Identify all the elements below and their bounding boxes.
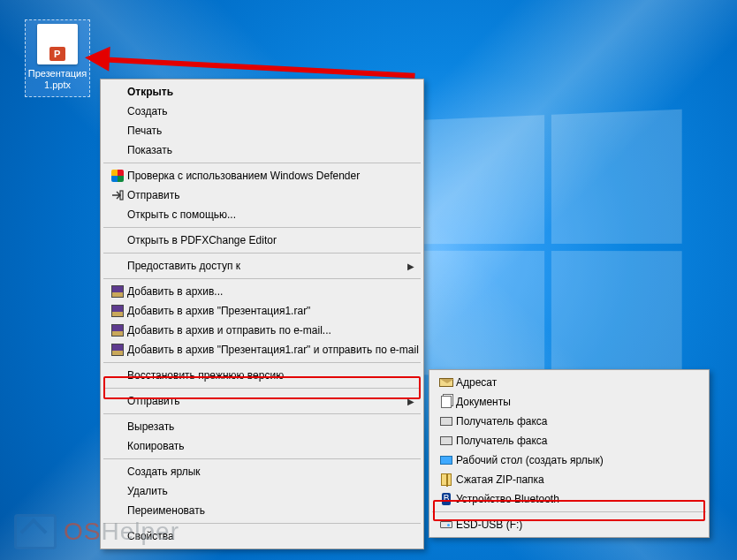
winrar-icon — [108, 342, 127, 358]
menu-delete[interactable]: Удалить — [103, 481, 422, 501]
send-to-submenu: Адресат Документы Получатель факса Получ… — [429, 369, 710, 538]
documents-icon — [437, 394, 456, 410]
menu-separator — [103, 227, 421, 228]
winrar-icon — [108, 303, 127, 319]
fax-icon — [437, 433, 456, 449]
menu-pdfxchange[interactable]: Открыть в PDFXChange Editor — [103, 231, 422, 250]
menu-open-with[interactable]: Открыть с помощью... — [103, 205, 422, 224]
menu-separator — [103, 388, 421, 389]
zip-icon — [437, 472, 456, 488]
menu-separator — [103, 458, 421, 459]
svg-rect-0 — [120, 191, 123, 200]
sendto-fax-1[interactable]: Получатель факса — [431, 412, 707, 431]
menu-share[interactable]: Отправить — [103, 185, 422, 205]
desktop-file-presentation[interactable]: Презентация 1.pptx — [25, 19, 90, 97]
context-menu: Открыть Создать Печать Показать Проверка… — [100, 79, 424, 549]
chevron-right-icon: ▶ — [407, 261, 414, 271]
menu-grant-access[interactable]: Предоставить доступ к▶ — [103, 256, 422, 276]
winrar-icon — [108, 284, 127, 299]
desktop-icon — [437, 452, 456, 468]
menu-send-to[interactable]: Отправить▶ — [103, 391, 422, 411]
menu-copy[interactable]: Копировать — [103, 436, 422, 456]
drive-icon — [437, 517, 456, 533]
menu-separator — [432, 511, 706, 512]
sendto-mail-recipient[interactable]: Адресат — [431, 373, 707, 392]
sendto-documents[interactable]: Документы — [431, 392, 707, 412]
bluetooth-icon: B — [437, 491, 456, 507]
windows-logo-art — [424, 110, 682, 386]
menu-rar-add-named-email[interactable]: Добавить в архив "Презентация1.rar" и от… — [103, 340, 422, 359]
powerpoint-file-icon — [37, 24, 78, 64]
desktop-file-label: Презентация 1.pptx — [27, 68, 87, 91]
sendto-desktop-shortcut[interactable]: Рабочий стол (создать ярлык) — [431, 450, 707, 470]
winrar-icon — [108, 322, 127, 338]
menu-rar-add-named[interactable]: Добавить в архив "Презентация1.rar" — [103, 301, 422, 321]
menu-create[interactable]: Создать — [103, 102, 422, 121]
annotation-arrow-head — [84, 45, 110, 71]
menu-show[interactable]: Показать — [103, 140, 422, 160]
fax-icon — [437, 413, 456, 429]
menu-defender-scan[interactable]: Проверка с использованием Windows Defend… — [103, 166, 422, 185]
chevron-right-icon: ▶ — [407, 397, 414, 406]
menu-separator — [103, 163, 421, 163]
sendto-fax-2[interactable]: Получатель факса — [431, 431, 707, 450]
menu-restore-version[interactable]: Восстановить прежнюю версию — [103, 366, 422, 385]
share-icon — [108, 187, 127, 203]
menu-open[interactable]: Открыть — [103, 82, 422, 102]
menu-separator — [103, 278, 421, 279]
menu-rar-add[interactable]: Добавить в архив... — [103, 282, 422, 301]
shield-icon — [108, 168, 127, 184]
sendto-bluetooth[interactable]: BУстройство Bluetooth — [431, 489, 707, 509]
sendto-zip[interactable]: Сжатая ZIP-папка — [431, 470, 707, 489]
menu-rar-add-email[interactable]: Добавить в архив и отправить по e-mail..… — [103, 321, 422, 340]
watermark-cursor-icon — [14, 514, 57, 549]
menu-separator — [103, 362, 421, 363]
menu-print[interactable]: Печать — [103, 121, 422, 140]
sendto-drive-esd-usb[interactable]: ESD-USB (F:) — [431, 515, 707, 534]
menu-separator — [103, 253, 421, 254]
menu-cut[interactable]: Вырезать — [103, 417, 422, 436]
mail-icon — [437, 375, 456, 390]
menu-separator — [103, 413, 421, 414]
watermark-oshelper: OSHelper — [14, 514, 179, 549]
menu-create-shortcut[interactable]: Создать ярлык — [103, 462, 422, 481]
